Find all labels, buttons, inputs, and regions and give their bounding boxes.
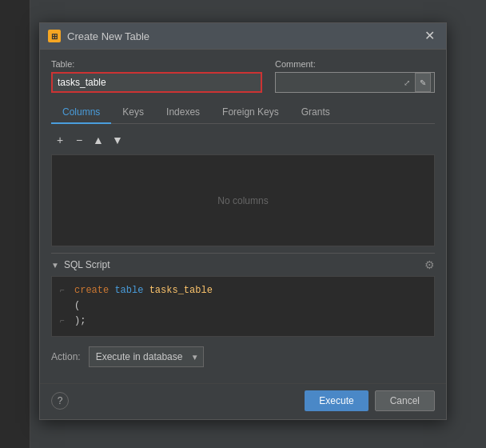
dialog-body: Table: Comment: ⤢ ✎ Columns Keys Indexes <box>40 50 446 383</box>
columns-table-area: No columns <box>51 154 435 246</box>
comment-input[interactable] <box>279 74 399 90</box>
comment-edit-button[interactable]: ✎ <box>415 73 431 92</box>
tab-keys[interactable]: Keys <box>111 102 155 124</box>
dialog: ⊞ Create New Table ✕ Table: Comment: ⤢ ✎ <box>39 22 447 420</box>
app-icon: ⊞ <box>48 30 61 42</box>
sql-line-3: ⌐ ); <box>60 314 426 329</box>
action-row: Action: Execute in database Generate SQL… <box>51 343 435 370</box>
comment-input-wrapper: ⤢ ✎ <box>275 72 435 93</box>
sql-settings-button[interactable]: ⚙ <box>424 258 435 271</box>
sql-line-2: ( <box>60 298 426 314</box>
dialog-title: Create New Table <box>67 30 421 42</box>
table-field-group: Table: <box>51 59 262 93</box>
tabs: Columns Keys Indexes Foreign Keys Grants <box>51 101 435 124</box>
add-column-button[interactable]: + <box>51 132 69 148</box>
sql-label-area: ▼ SQL Script <box>51 259 110 270</box>
sql-line1-icon: ⌐ <box>60 283 68 298</box>
sql-line3-icon: ⌐ <box>60 314 68 328</box>
tab-foreign-keys[interactable]: Foreign Keys <box>211 102 290 124</box>
help-button[interactable]: ? <box>51 392 69 410</box>
sql-table-name: tasks_table <box>149 285 213 296</box>
sql-open-paren: ( <box>74 298 80 314</box>
tab-indexes[interactable]: Indexes <box>155 102 211 124</box>
overlay: ⊞ Create New Table ✕ Table: Comment: ⤢ ✎ <box>0 0 486 448</box>
no-columns-text: No columns <box>217 195 268 206</box>
table-input[interactable] <box>51 72 262 93</box>
close-button[interactable]: ✕ <box>421 28 438 44</box>
move-down-button[interactable]: ▼ <box>109 132 126 148</box>
comment-expand-button[interactable]: ⤢ <box>402 78 412 87</box>
sql-title: SQL Script <box>64 259 110 270</box>
action-select[interactable]: Execute in database Generate SQL script <box>89 346 204 367</box>
action-select-wrapper: Execute in database Generate SQL script … <box>89 346 204 367</box>
move-up-button[interactable]: ▲ <box>90 132 107 148</box>
sql-kw-create: create <box>74 285 109 296</box>
sql-close-paren: ); <box>74 314 86 329</box>
sql-section: ▼ SQL Script ⚙ ⌐ create table tasks_ta <box>51 253 435 370</box>
execute-button[interactable]: Execute <box>305 390 368 411</box>
comment-label: Comment: <box>275 59 435 69</box>
table-label: Table: <box>51 59 262 69</box>
sql-toggle[interactable]: ▼ <box>51 261 59 270</box>
sql-line-1: ⌐ create table tasks_table <box>60 283 426 298</box>
sql-header: ▼ SQL Script ⚙ <box>51 258 435 271</box>
sql-code-area: ⌐ create table tasks_table ( <box>51 276 435 337</box>
sql-kw-table: table <box>114 285 143 296</box>
toolbar: + − ▲ ▼ <box>51 130 435 150</box>
tab-columns[interactable]: Columns <box>51 102 111 124</box>
sidebar-strip <box>0 0 30 448</box>
footer-buttons: Execute Cancel <box>305 390 435 411</box>
dialog-footer: ? Execute Cancel <box>40 383 446 419</box>
action-label: Action: <box>51 351 81 362</box>
field-row: Table: Comment: ⤢ ✎ <box>51 59 435 93</box>
remove-column-button[interactable]: − <box>70 132 88 148</box>
comment-field-group: Comment: ⤢ ✎ <box>275 59 435 93</box>
titlebar: ⊞ Create New Table ✕ <box>40 23 446 50</box>
cancel-button[interactable]: Cancel <box>375 390 435 411</box>
tab-grants[interactable]: Grants <box>290 102 341 124</box>
